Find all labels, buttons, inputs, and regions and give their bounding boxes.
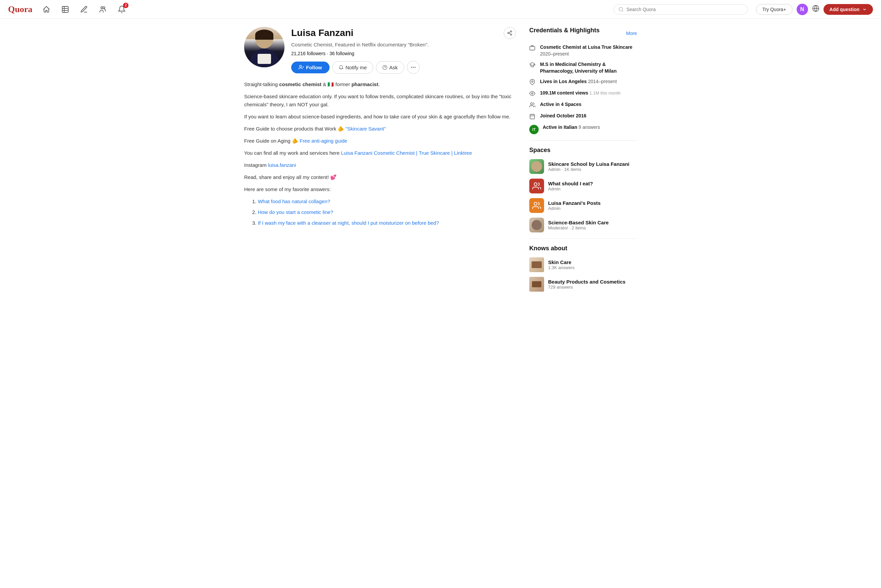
add-question-button[interactable]: Add question [824,4,873,15]
instagram-link[interactable]: luisa.fanzani [268,162,296,168]
svg-marker-24 [530,63,535,66]
svg-point-19 [411,67,412,68]
knows-thumb-1 [529,257,544,272]
more-button[interactable] [407,61,420,74]
notify-button[interactable]: Notify me [332,61,373,74]
credential-education: M.S in Medicinal Chemistry & Pharmacolog… [529,61,637,74]
answer-link-2[interactable]: How do you start a cosmetic line? [258,209,333,215]
bio-favorite-intro: Here are some of my favorite answers: [244,185,516,194]
follow-button[interactable]: Follow [291,62,330,74]
bio-line-3: If you want to learn about science-based… [244,113,516,121]
globe-icon[interactable] [812,5,820,14]
spaces-title: Spaces [529,147,637,154]
space-item-4[interactable]: Science-Based Skin Care Moderator · 2 it… [529,218,637,232]
svg-point-17 [383,65,387,70]
skincare-savant-link[interactable]: "Skincare Savant" [345,126,386,132]
space-name-2: What should I eat? [548,181,637,186]
notification-badge: 2 [123,3,129,8]
left-panel: Luisa Fanzani Cosmetic Chemist, Featured… [244,27,516,296]
search-icon [618,7,624,12]
profile-header: Luisa Fanzani Cosmetic Chemist, Featured… [244,27,516,74]
svg-point-26 [532,93,533,94]
linktree-link[interactable]: Luisa Fanzani Cosmetic Chemist | True Sk… [341,150,472,156]
follower-count: 21,216 [291,51,306,56]
credentials-title: Credentials & Highlights [529,27,599,34]
knows-count-1: 1.3K answers [548,265,637,270]
profile-avatar [244,27,285,67]
bio-line-1: Straight-talking cosmetic chemist & 🇮🇹 f… [244,80,516,88]
feed-icon[interactable] [59,3,71,15]
more-dots-icon [410,64,416,70]
svg-rect-22 [530,46,535,50]
svg-point-9 [511,31,512,32]
bio-guide-1: Free Guide to choose products that Work … [244,125,516,133]
spaces-icon[interactable] [97,3,109,15]
credential-joined: Joined October 2016 [529,113,637,120]
svg-point-33 [534,202,537,206]
right-panel: Credentials & Highlights More Cosmetic C… [529,27,637,296]
share-button[interactable] [504,27,516,39]
profile-info: Luisa Fanzani Cosmetic Chemist, Featured… [291,27,516,74]
credential-location: Lives in Los Angeles 2014–present [529,78,637,86]
graduation-icon [529,62,536,69]
space-sub-2: Admin [548,186,637,191]
profile-name: Luisa Fanzani [291,28,354,38]
space-sub-1: Admin · 1K items [548,167,637,172]
svg-point-10 [508,32,509,34]
space-item-1[interactable]: Skincare School by Luisa Fanzani Admin ·… [529,159,637,174]
home-icon[interactable] [40,3,52,15]
briefcase-icon [529,45,536,51]
credential-views: 109.1M content views 1.1M this month [529,90,637,97]
space-icon-3 [529,198,544,213]
knows-item-2[interactable]: Beauty Products and Cosmetics 729 answer… [529,277,637,292]
knows-thumb-2 [529,277,544,292]
svg-rect-28 [530,114,535,119]
bell-icon [339,65,344,70]
search-input[interactable] [626,7,743,12]
answer-link-1[interactable]: What food has natural collagen? [258,198,330,204]
credential-work: Cosmetic Chemist at Luisa True Skincare … [529,44,637,57]
space-item-3[interactable]: Luisa Fanzani's Posts Admin [529,198,637,213]
list-item: How do you start a cosmetic line? [252,208,516,216]
search-bar[interactable] [613,4,748,15]
follow-icon [298,64,304,70]
main-layout: Luisa Fanzani Cosmetic Chemist, Featured… [239,19,642,304]
space-name-4: Science-Based Skin Care [548,220,637,225]
svg-point-32 [534,183,537,186]
quora-logo[interactable]: Quora [8,4,32,15]
space-icon-2 [529,178,544,194]
svg-point-5 [103,7,105,9]
svg-point-6 [619,8,623,11]
location-icon [529,79,536,86]
bio-guide-2: Free Guide on Aging 🫵 Free anti-aging gu… [244,137,516,145]
space-sub-3: Admin [548,206,637,211]
knows-item-1[interactable]: Skin Care 1.3K answers [529,257,637,272]
bio-work: You can find all my work and services he… [244,149,516,157]
ask-button[interactable]: Ask [376,61,404,74]
follower-info: 21,216 followers · 36 following [291,51,516,56]
bio-section: Straight-talking cosmetic chemist & 🇮🇹 f… [244,80,516,227]
space-item-2[interactable]: What should I eat? Admin [529,178,637,194]
credentials-section-header: Credentials & Highlights More [529,27,637,39]
credential-language: IT Active in Italian 9 answers [529,124,637,134]
share-icon [507,30,512,36]
user-avatar-nav[interactable]: N [797,4,808,15]
anti-aging-guide-link[interactable]: Free anti-aging guide [300,138,348,144]
list-item: What food has natural collagen? [252,198,516,206]
space-sub-4: Moderator · 2 items [548,225,637,230]
svg-point-14 [300,65,301,67]
write-icon[interactable] [78,3,90,15]
follower-label: followers · [307,51,330,56]
ask-label: Ask [390,64,398,70]
credentials-more[interactable]: More [626,31,637,36]
notifications-icon[interactable]: 2 [116,3,128,15]
svg-point-25 [532,81,533,83]
try-quora-button[interactable]: Try Quora+ [756,4,793,15]
space-icon-4 [529,218,544,232]
svg-point-11 [511,34,512,35]
svg-point-27 [530,103,533,105]
profile-bio: Cosmetic Chemist, Featured in Netflix do… [291,41,516,48]
following-label: following [336,51,354,56]
answer-link-3[interactable]: If I wash my face with a cleanser at nig… [258,220,439,226]
eye-icon [529,90,536,97]
